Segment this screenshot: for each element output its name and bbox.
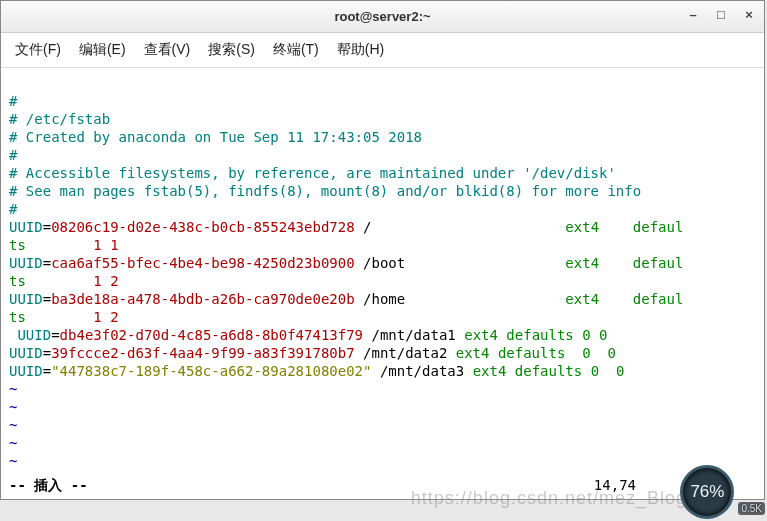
menu-file[interactable]: 文件(F): [11, 39, 65, 61]
opts: defaul: [633, 219, 684, 235]
eq: =: [43, 363, 51, 379]
maximize-button[interactable]: □: [712, 5, 730, 23]
uuid-value: caa6af55-bfec-4be4-be98-4250d23b0900: [51, 255, 354, 271]
vim-tilde: ~: [9, 435, 17, 451]
opts-wrap: ts: [9, 273, 26, 289]
cpu-gauge: 76%: [680, 465, 734, 519]
vim-mode: -- 插入 --: [9, 477, 88, 495]
uuid-key: UUID: [9, 363, 43, 379]
uuid-key: UUID: [9, 219, 43, 235]
menu-view[interactable]: 查看(V): [140, 39, 195, 61]
opts: defaul: [633, 255, 684, 271]
watermark-text: https://blog.csdn.net/mez_Blog: [411, 488, 687, 509]
uuid-value: 39fccce2-d63f-4aa4-9f99-a83f391780b7: [51, 345, 354, 361]
vim-tilde: ~: [9, 417, 17, 433]
comment-line: # Created by anaconda on Tue Sep 11 17:4…: [9, 129, 422, 145]
opts: ext4 defaults 0 0: [464, 327, 607, 343]
window-title: root@server2:~: [334, 9, 430, 24]
menu-bar: 文件(F) 编辑(E) 查看(V) 搜索(S) 终端(T) 帮助(H): [1, 33, 764, 68]
uuid-value: db4e3f02-d70d-4c85-a6d8-8b0f47413f79: [60, 327, 363, 343]
opts-wrap: ts: [9, 237, 26, 253]
minimize-button[interactable]: –: [684, 5, 702, 23]
comment-line: # Accessible filesystems, by reference, …: [9, 165, 616, 181]
dump-pass: 1 2: [93, 309, 118, 325]
dump-pass: 1 2: [93, 273, 118, 289]
vim-tilde: ~: [9, 381, 17, 397]
eq: =: [43, 291, 51, 307]
comment-line: #: [9, 147, 17, 163]
comment-line: # See man pages fstab(5), findfs(8), mou…: [9, 183, 641, 199]
mount-path: /: [363, 219, 371, 235]
close-button[interactable]: ×: [740, 5, 758, 23]
eq: =: [43, 345, 51, 361]
uuid-key: UUID: [9, 291, 43, 307]
uuid-key: UUID: [9, 345, 43, 361]
mount-path: /boot: [363, 255, 405, 271]
opts-wrap: ts: [9, 309, 26, 325]
comment-line: # /etc/fstab: [9, 111, 110, 127]
mount-path: /mnt/data1: [371, 327, 455, 343]
opts: ext4 defaults 0 0: [473, 363, 625, 379]
system-sensor: 76% 0.5K: [680, 465, 765, 519]
mount-path: /home: [363, 291, 405, 307]
vim-tilde: ~: [9, 453, 17, 469]
uuid-value: 08206c19-d02e-438c-b0cb-855243ebd728: [51, 219, 354, 235]
menu-terminal[interactable]: 终端(T): [269, 39, 323, 61]
terminal-content[interactable]: # # /etc/fstab # Created by anaconda on …: [1, 68, 764, 477]
uuid-key: UUID: [9, 255, 43, 271]
eq: =: [43, 219, 51, 235]
dump-pass: 1 1: [93, 237, 118, 253]
eq: =: [43, 255, 51, 271]
fs-type: ext4: [565, 291, 599, 307]
comment-line: #: [9, 93, 17, 109]
terminal-window: root@server2:~ – □ × 文件(F) 编辑(E) 查看(V) 搜…: [0, 0, 765, 500]
vim-tilde: ~: [9, 399, 17, 415]
net-speed: 0.5K: [738, 502, 765, 515]
vim-tilde: ~: [9, 471, 17, 477]
eq: =: [51, 327, 59, 343]
menu-search[interactable]: 搜索(S): [204, 39, 259, 61]
menu-edit[interactable]: 编辑(E): [75, 39, 130, 61]
opts: defaul: [633, 291, 684, 307]
title-bar: root@server2:~ – □ ×: [1, 1, 764, 33]
uuid-value: "447838c7-189f-458c-a662-89a281080e02": [51, 363, 371, 379]
menu-help[interactable]: 帮助(H): [333, 39, 388, 61]
mount-path: /mnt/data2: [363, 345, 447, 361]
fs-type: ext4: [565, 255, 599, 271]
fs-type: ext4: [565, 219, 599, 235]
uuid-value: ba3de18a-a478-4bdb-a26b-ca970de0e20b: [51, 291, 354, 307]
mount-path: /mnt/data3: [380, 363, 464, 379]
uuid-key: UUID: [17, 327, 51, 343]
window-controls: – □ ×: [684, 5, 758, 23]
opts: ext4 defaults 0 0: [456, 345, 616, 361]
comment-line: #: [9, 201, 17, 217]
